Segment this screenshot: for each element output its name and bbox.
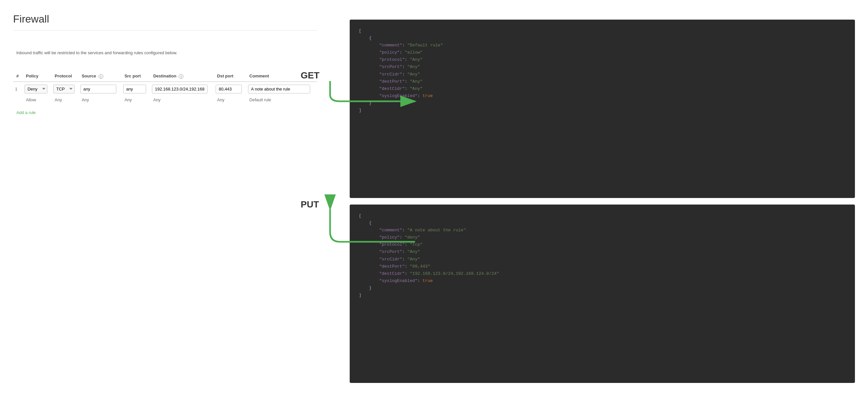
display-comment: Default rule [246, 96, 317, 105]
source-input[interactable] [81, 85, 116, 93]
policy-select[interactable]: AllowDeny [25, 85, 48, 93]
col-number: # [13, 71, 23, 82]
policy-cell: AllowDeny [23, 82, 51, 96]
table-input-row: 1 AllowDeny AnyTCPUDPICMP [13, 82, 317, 96]
src-port-cell [121, 82, 150, 96]
display-protocol: Any [51, 96, 79, 105]
col-source: Source i [79, 71, 121, 82]
display-policy: Allow [23, 96, 51, 105]
section-description: Inbound traffic will be restricted to th… [13, 44, 317, 62]
add-rule-link[interactable]: Add a rule [13, 109, 39, 116]
col-destination: Destination i [150, 71, 214, 82]
col-src-port: Src port [121, 71, 150, 82]
get-code-block: [ { "comment": "Default rule", "policy":… [350, 20, 855, 198]
display-destination: Any [150, 96, 214, 105]
right-panel: [ { "comment": "Default rule", "policy":… [330, 0, 868, 396]
table-display-row: Allow Any Any Any Any Any Default rule [13, 96, 317, 105]
col-dst-port: Dst port [214, 71, 246, 82]
comment-cell [246, 82, 317, 96]
protocol-cell: AnyTCPUDPICMP [51, 82, 79, 96]
display-empty [13, 96, 23, 105]
col-comment: Comment [246, 71, 317, 82]
source-cell [79, 82, 121, 96]
col-protocol: Protocol [51, 71, 79, 82]
destination-info-icon[interactable]: i [179, 74, 183, 79]
put-code-block: [ { "comment": "A note about the rule", … [350, 205, 855, 383]
dst-port-cell [214, 82, 246, 96]
display-dst-port: Any [214, 96, 246, 105]
protocol-select[interactable]: AnyTCPUDPICMP [53, 85, 74, 93]
display-source: Any [79, 96, 121, 105]
source-info-icon[interactable]: i [99, 74, 103, 79]
firewall-table: # Policy Protocol Source i Src port Dest… [13, 71, 317, 105]
col-policy: Policy [23, 71, 51, 82]
destination-cell [150, 82, 214, 96]
row-number: 1 [13, 82, 23, 96]
src-port-input[interactable] [123, 85, 146, 93]
comment-input[interactable] [248, 85, 310, 93]
dst-port-input[interactable] [216, 85, 242, 93]
page-title: Firewall [13, 13, 317, 31]
destination-input[interactable] [152, 85, 208, 93]
display-src-port: Any [121, 96, 150, 105]
